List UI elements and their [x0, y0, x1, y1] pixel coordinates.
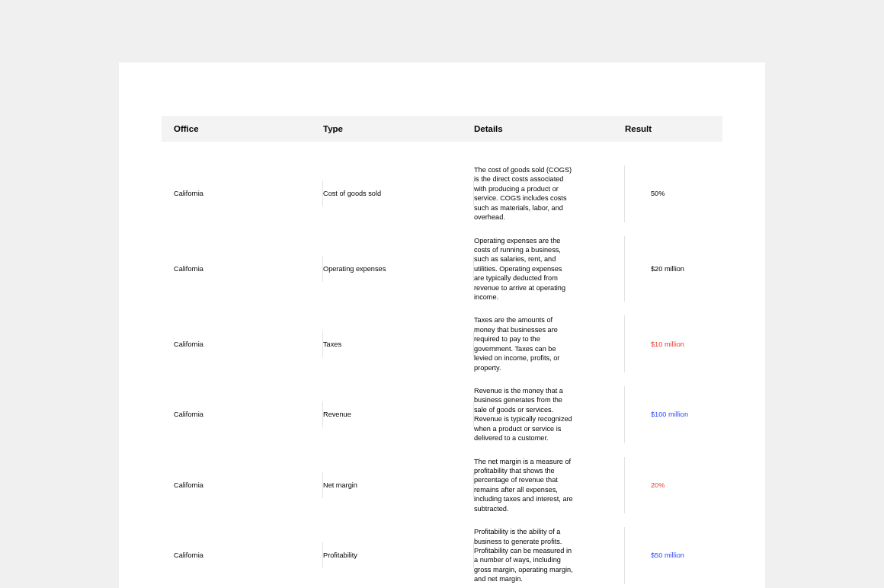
- cell-result: $50 million: [625, 551, 722, 560]
- table-row: California Cost of goods sold The cost o…: [162, 158, 722, 229]
- table-row: California Profitability Profitability i…: [162, 520, 722, 588]
- cell-result: $100 million: [625, 410, 722, 419]
- column-header-result: Result: [625, 124, 722, 133]
- cell-details: Operating expenses are the costs of runn…: [474, 236, 625, 302]
- table-body: California Cost of goods sold The cost o…: [162, 142, 722, 588]
- table-row: California Taxes Taxes are the amounts o…: [162, 308, 722, 379]
- cell-details: The cost of goods sold (COGS) is the dir…: [474, 165, 625, 222]
- cell-result: $10 million: [625, 340, 722, 349]
- cell-type: Profitability: [323, 542, 474, 568]
- cell-type: Cost of goods sold: [323, 181, 474, 206]
- table-row: California Revenue Revenue is the money …: [162, 379, 722, 450]
- column-header-office: Office: [174, 124, 323, 133]
- cell-type: Revenue: [323, 401, 474, 427]
- table-header-row: Office Type Details Result: [162, 116, 722, 142]
- cell-type: Taxes: [323, 331, 474, 357]
- cell-office: California: [174, 542, 323, 568]
- cell-details: The net margin is a measure of profitabi…: [474, 457, 625, 514]
- cell-office: California: [174, 401, 323, 427]
- table-row: California Net margin The net margin is …: [162, 450, 722, 521]
- cell-result: 20%: [625, 481, 722, 490]
- table-row: California Operating expenses Operating …: [162, 229, 722, 309]
- cell-result: 50%: [625, 189, 722, 198]
- cell-details: Revenue is the money that a business gen…: [474, 386, 625, 443]
- financial-table: Office Type Details Result California Co…: [162, 116, 722, 588]
- cell-type: Net margin: [323, 472, 474, 498]
- column-header-type: Type: [323, 124, 474, 133]
- cell-office: California: [174, 181, 323, 206]
- column-header-details: Details: [474, 124, 625, 133]
- cell-result: $20 million: [625, 264, 722, 273]
- cell-office: California: [174, 331, 323, 357]
- cell-office: California: [174, 256, 323, 282]
- cell-details: Taxes are the amounts of money that busi…: [474, 315, 625, 372]
- cell-office: California: [174, 472, 323, 498]
- cell-details: Profitability is the ability of a busine…: [474, 527, 625, 584]
- cell-type: Operating expenses: [323, 256, 474, 282]
- report-card: Office Type Details Result California Co…: [119, 62, 765, 588]
